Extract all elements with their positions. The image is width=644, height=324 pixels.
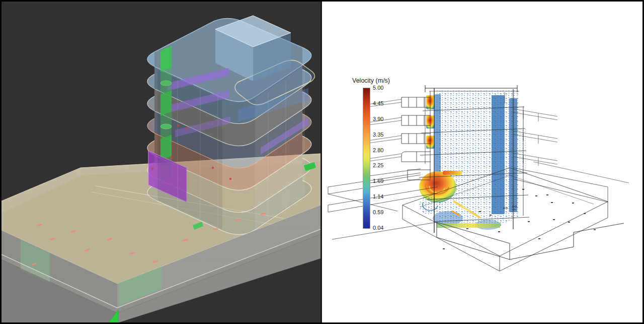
tower-model [147, 16, 315, 235]
legend-ticks: 5.004.453.903.352.802.251.691.140.590.04 [373, 85, 383, 231]
legend-colorbar [363, 88, 370, 229]
legend-tick: 1.69 [373, 178, 383, 184]
velocity-vector-planes [419, 90, 526, 230]
building-model-illustration [2, 2, 320, 322]
legend-tick: 3.35 [373, 132, 383, 138]
legend-title: Velocity (m/s) [352, 77, 390, 84]
legend-tick: 5.00 [373, 85, 383, 91]
cfd-results-viewport[interactable]: Velocity (m/s) 5.004.453.903.352.802.251… [322, 2, 642, 322]
velocity-legend: Velocity (m/s) 5.004.453.903.352.802.251… [351, 77, 390, 231]
screenshot-frame: Velocity (m/s) 5.004.453.903.352.802.251… [0, 0, 644, 324]
legend-tick: 4.45 [373, 100, 383, 106]
legend-tick: 0.04 [373, 225, 383, 231]
model-3d-viewport[interactable] [2, 2, 320, 322]
legend-tick: 1.14 [373, 193, 383, 200]
legend-tick: 2.25 [373, 162, 383, 168]
legend-tick: 0.59 [373, 209, 383, 215]
legend-tick: 2.80 [373, 147, 383, 153]
legend-tick: 3.90 [373, 116, 383, 122]
